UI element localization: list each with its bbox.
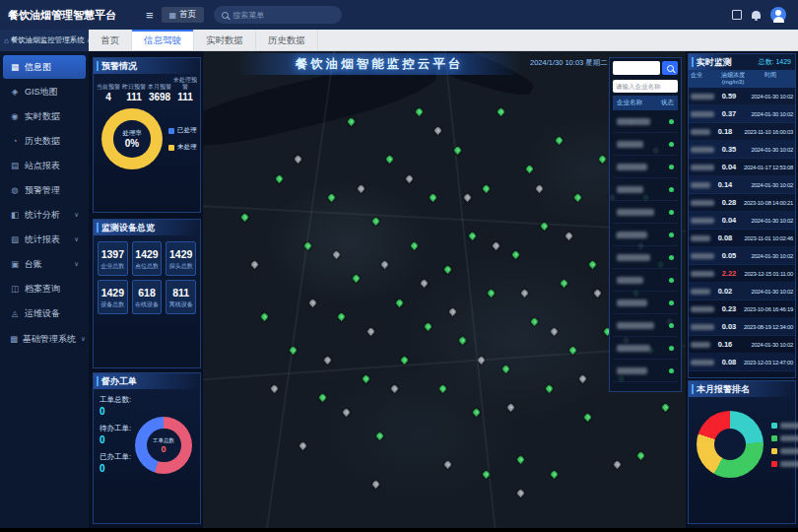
page-tab[interactable]: 首页 — [89, 30, 132, 50]
company-row[interactable] — [613, 337, 678, 360]
sidebar-item[interactable]: ◈ GIS地图 — [3, 80, 86, 103]
map-pin[interactable] — [515, 455, 525, 465]
map-pin[interactable] — [544, 383, 554, 393]
map-pin[interactable] — [414, 107, 424, 117]
company-search-button[interactable] — [662, 61, 678, 75]
company-row[interactable] — [613, 133, 678, 156]
company-search-input[interactable] — [613, 61, 660, 75]
map-pin[interactable] — [559, 279, 568, 289]
map-pin[interactable] — [554, 136, 564, 146]
map-pin[interactable] — [636, 450, 646, 460]
map-pin[interactable] — [520, 289, 530, 299]
map-pin[interactable] — [370, 217, 380, 227]
company-name-select[interactable] — [613, 80, 678, 93]
map-pin[interactable] — [438, 383, 448, 393]
map-pin[interactable] — [424, 321, 433, 331]
company-row[interactable] — [613, 224, 678, 246]
map-pin[interactable] — [361, 374, 370, 384]
map-pin[interactable] — [395, 298, 405, 307]
map-pin[interactable] — [564, 231, 573, 240]
page-tab[interactable]: 信息驾驶 — [132, 30, 194, 50]
map-pin[interactable] — [457, 336, 467, 346]
company-row[interactable] — [613, 156, 678, 178]
map-pin[interactable] — [429, 193, 438, 203]
map-pin[interactable] — [660, 403, 670, 413]
sidebar-item[interactable]: ◉ 实时数据 — [3, 104, 86, 128]
sidebar-item[interactable]: ◫ 档案查询 — [3, 277, 86, 300]
realtime-row[interactable]: 0.23 2023-10-06 16:46:19 — [689, 300, 795, 318]
map-pin[interactable] — [385, 155, 395, 165]
company-row[interactable] — [613, 201, 678, 224]
menu-toggle-icon[interactable]: ≡ — [138, 8, 162, 23]
sidebar-section-header[interactable]: ⌂ 餐饮油烟监控管理系统 ∧ — [0, 30, 89, 51]
user-avatar[interactable] — [770, 7, 786, 23]
map-pin[interactable] — [390, 383, 400, 393]
realtime-row[interactable]: 0.59 2024-01-30 10:02 — [689, 88, 795, 105]
realtime-row[interactable]: 0.37 2024-01-30 10:02 — [689, 105, 795, 123]
map-pin[interactable] — [492, 240, 501, 250]
map-pin[interactable] — [549, 469, 559, 479]
menu-search[interactable] — [214, 6, 342, 24]
realtime-row[interactable]: 0.04 2024-01-30 10:02 — [689, 212, 795, 230]
map-pin[interactable] — [332, 250, 342, 260]
map-pin[interactable] — [351, 274, 361, 284]
map-pin[interactable] — [573, 193, 583, 203]
map-pin[interactable] — [467, 231, 477, 240]
realtime-row[interactable]: 0.08 2023-11-01 10:02:46 — [689, 230, 795, 247]
menu-search-input[interactable] — [233, 11, 331, 20]
map-pin[interactable] — [447, 307, 457, 317]
map-pin[interactable] — [327, 193, 337, 203]
map-pin[interactable] — [294, 155, 303, 165]
map-pin[interactable] — [356, 183, 366, 193]
map-pin[interactable] — [612, 460, 622, 470]
realtime-row[interactable]: 0.28 2023-10-08 14:00:21 — [689, 194, 795, 212]
map-pin[interactable] — [549, 326, 559, 336]
map-pin[interactable] — [482, 183, 492, 193]
map-pin[interactable] — [515, 489, 525, 499]
map-pin[interactable] — [317, 393, 327, 403]
map-pin[interactable] — [380, 260, 390, 270]
realtime-row[interactable]: 2.22 2023-12-15 01:11:00 — [689, 265, 795, 283]
map-pin[interactable] — [322, 355, 332, 365]
map-pin[interactable] — [525, 165, 535, 174]
map-pin[interactable] — [419, 279, 429, 289]
company-row[interactable] — [613, 360, 678, 382]
map-pin[interactable] — [592, 289, 602, 299]
sidebar-item[interactable]: ◬ 运维设备 — [3, 301, 86, 325]
company-row[interactable] — [613, 292, 678, 314]
map-pin[interactable] — [375, 432, 385, 441]
fullscreen-icon[interactable] — [732, 10, 742, 20]
page-tab[interactable]: 历史数据 — [256, 30, 318, 50]
realtime-row[interactable]: 0.18 2023-11-10 16:00:03 — [689, 123, 795, 141]
realtime-row[interactable]: 0.04 2024-01-17 12:53:08 — [689, 159, 795, 176]
realtime-row[interactable]: 0.16 2024-01-30 10:02 — [689, 336, 795, 354]
map-pin[interactable] — [433, 126, 443, 136]
sidebar-item[interactable]: ◧ 统计分析 ∨ — [3, 203, 86, 227]
map-pin[interactable] — [274, 173, 284, 183]
company-row[interactable] — [613, 178, 678, 201]
map-pin[interactable] — [472, 408, 482, 418]
realtime-row[interactable]: 0.14 2024-01-30 10:02 — [689, 176, 795, 194]
company-row[interactable] — [613, 314, 678, 337]
map-pin[interactable] — [307, 298, 317, 307]
realtime-row[interactable]: 0.05 2024-01-30 10:02 — [689, 247, 795, 265]
map-pin[interactable] — [510, 250, 520, 260]
map-pin[interactable] — [505, 403, 515, 413]
map-pin[interactable] — [496, 107, 505, 117]
company-row[interactable] — [613, 246, 678, 269]
sidebar-item[interactable]: ▤ 站点报表 — [3, 154, 86, 177]
map-pin[interactable] — [500, 365, 510, 374]
realtime-row[interactable]: 0.03 2023-08-19 12:34:00 — [689, 318, 795, 336]
map-pin[interactable] — [337, 312, 347, 322]
home-chip[interactable]: ▦ 首页 — [162, 7, 205, 23]
map-pin[interactable] — [370, 479, 380, 489]
map-pin[interactable] — [578, 374, 588, 384]
realtime-row[interactable]: 0.02 2024-01-30 10:02 — [689, 283, 795, 300]
map-pin[interactable] — [259, 312, 269, 322]
map-pin[interactable] — [299, 440, 308, 450]
map-pin[interactable] — [535, 183, 545, 193]
map-pin[interactable] — [462, 193, 472, 203]
map-pin[interactable] — [404, 173, 414, 183]
map-pin[interactable] — [250, 260, 260, 270]
bell-icon[interactable] — [752, 11, 761, 19]
